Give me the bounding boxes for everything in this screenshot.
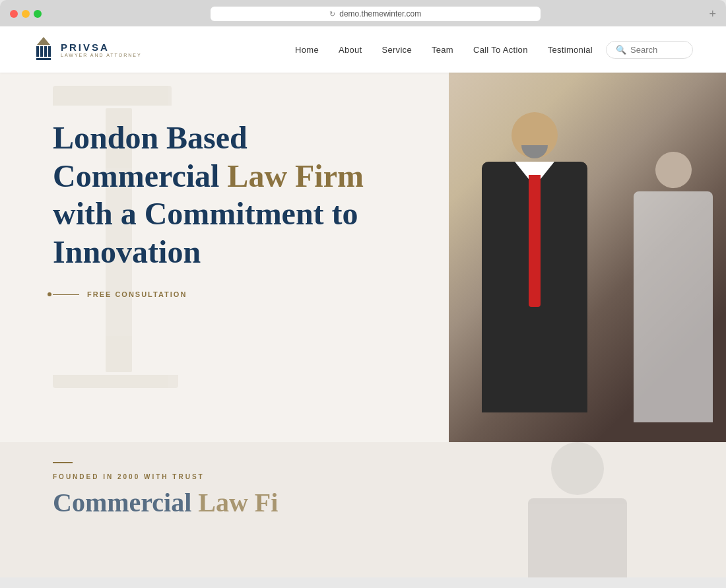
logo-columns (36, 46, 51, 57)
nav-item-service[interactable]: Service (381, 44, 411, 55)
hero-cta-link[interactable]: FREE CONSULTATION (53, 290, 416, 298)
person-head (512, 112, 558, 158)
nav-links: Home About Service Team Call To Action T… (295, 44, 593, 55)
website: PRIVSA LAWYER AND ATTORNEY Home About Se… (0, 26, 726, 577)
people-gradient (449, 73, 726, 442)
nav-item-about[interactable]: About (339, 44, 362, 55)
cta-dot (48, 292, 51, 296)
bg-person-head (551, 442, 604, 495)
nav-item-testimonial[interactable]: Testimonial (548, 44, 593, 55)
logo-top (37, 37, 50, 45)
browser-titlebar: ↻ demo.themewinter.com + (0, 7, 726, 26)
close-button[interactable] (10, 10, 18, 18)
hero-highlight: Law Firm (227, 158, 364, 193)
new-tab-button[interactable]: + (709, 7, 716, 21)
search-box[interactable]: 🔍 (606, 41, 693, 59)
nav-link-team[interactable]: Team (432, 45, 453, 55)
search-icon: 🔍 (616, 45, 626, 55)
logo-tagline: LAWYER AND ATTORNEY (61, 53, 142, 57)
url-text: demo.themewinter.com (339, 9, 421, 18)
nav-link-about[interactable]: About (339, 45, 362, 55)
person-main (469, 112, 601, 442)
nav-link-testimonial[interactable]: Testimonial (548, 45, 593, 55)
column-base (53, 375, 178, 388)
nav-item-home[interactable]: Home (295, 44, 319, 55)
section-label-line (53, 462, 73, 463)
hero-content: London BasedCommercial Law Firmwith a Co… (0, 73, 449, 298)
hero-headline: London BasedCommercial Law Firmwith a Co… (53, 119, 416, 271)
browser-chrome: ↻ demo.themewinter.com + (0, 0, 726, 26)
nav-link-cta[interactable]: Call To Action (473, 45, 528, 55)
person-body (482, 162, 587, 412)
logo-base (36, 58, 51, 60)
nav-item-team[interactable]: Team (432, 44, 453, 55)
hero-image-area (449, 73, 726, 442)
address-bar[interactable]: ↻ demo.themewinter.com (211, 7, 541, 21)
nav-link-home[interactable]: Home (295, 45, 319, 55)
maximize-button[interactable] (34, 10, 42, 18)
refresh-icon: ↻ (329, 10, 335, 18)
minimize-button[interactable] (22, 10, 30, 18)
nav-item-cta[interactable]: Call To Action (473, 44, 528, 55)
person-beard (521, 145, 548, 158)
bg-person (495, 442, 660, 574)
logo-icon (33, 37, 54, 62)
navbar: PRIVSA LAWYER AND ATTORNEY Home About Se… (0, 26, 726, 73)
search-input[interactable] (630, 45, 683, 55)
bg-person-body (528, 498, 627, 577)
section-headline-gold: Law Fi (198, 488, 278, 517)
logo-name: PRIVSA (61, 42, 142, 53)
nav-link-service[interactable]: Service (381, 45, 411, 55)
cta-line (53, 294, 79, 295)
person-second (627, 152, 719, 442)
logo-text-area: PRIVSA LAWYER AND ATTORNEY (61, 42, 142, 57)
cta-text: FREE CONSULTATION (87, 290, 187, 298)
below-fold: FOUNDED IN 2000 WITH TRUST Commercial La… (0, 442, 726, 577)
addressbar-wrapper: ↻ demo.themewinter.com (48, 7, 702, 21)
person-tie (529, 175, 541, 307)
logo-area[interactable]: PRIVSA LAWYER AND ATTORNEY (33, 37, 142, 62)
browser-dots (10, 10, 42, 18)
hero-section: London BasedCommercial Law Firmwith a Co… (0, 73, 726, 442)
